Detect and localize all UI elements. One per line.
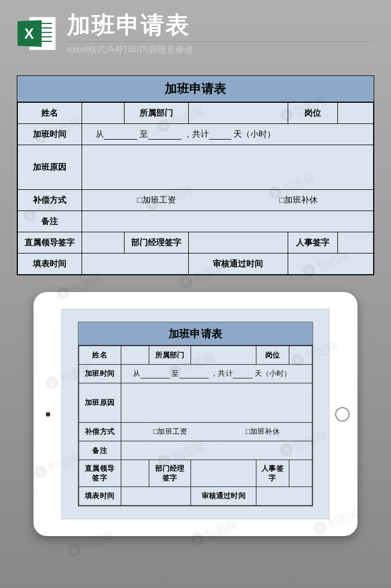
form-title: 加班申请表 — [17, 76, 374, 102]
table-row: 姓名 所属部门 岗位 — [18, 103, 374, 124]
table-row: 直属领导签字 部门经理签字 人事签字 — [79, 460, 312, 487]
remark-label: 备注 — [18, 211, 82, 232]
dept-manager-label: 部门经理签字 — [125, 232, 189, 254]
fill-time-value — [82, 254, 188, 275]
table-row: 填表时间 审核通过时间 — [18, 254, 374, 275]
dept-manager-value — [188, 232, 288, 254]
form-table: 姓名 所属部门 岗位 加班时间 从 至 ，共计 天（小时） 加班原因 补偿方式 — [17, 102, 374, 275]
table-row: 加班时间 从 至 ，共计 天（小时） — [18, 124, 374, 145]
reason-value — [82, 145, 373, 190]
table-row: 备注 — [79, 441, 312, 460]
table-row: 直属领导签字 部门经理签字 人事签字 — [18, 232, 374, 254]
direct-leader-label: 直属领导签字 — [18, 232, 82, 254]
compensation-leave-option: □加班补休 — [279, 195, 318, 205]
approve-time-label: 审核通过时间 — [188, 254, 288, 275]
form-title: 加班申请表 — [79, 323, 313, 346]
tablet-screen: 加班申请表 姓名 所属部门 岗位 加班时间 从 至 — [61, 309, 330, 519]
reason-label: 加班原因 — [18, 145, 82, 190]
overtime-form-main: 加班申请表 姓名 所属部门 岗位 加班时间 从 至 ，共计 天（小时） 加班原因 — [17, 75, 374, 275]
table-row: 加班原因 — [79, 383, 312, 422]
position-label: 岗位 — [288, 103, 338, 124]
hr-label: 人事签字 — [288, 232, 338, 254]
table-row: 填表时间 审核通过时间 — [79, 487, 312, 505]
tablet-camera-icon — [46, 412, 50, 417]
overtime-time-value: 从 至 ，共计 天（小时） — [82, 124, 373, 145]
table-row: 补偿方式 □加班工资 □加班补休 — [79, 423, 312, 441]
overtime-time-label: 加班时间 — [18, 124, 82, 145]
direct-leader-value — [82, 232, 124, 254]
position-value — [338, 103, 374, 124]
table-row: 姓名 所属部门 岗位 — [79, 346, 312, 365]
tablet-home-button-icon — [335, 407, 350, 422]
dept-value — [188, 103, 288, 124]
header-title: 加班申请表 — [67, 11, 374, 39]
name-value — [82, 103, 124, 124]
remark-value — [82, 211, 373, 232]
tablet-mockup: 加班申请表 姓名 所属部门 岗位 加班时间 从 至 — [34, 292, 357, 536]
hr-value — [338, 232, 374, 254]
compensation-salary-option: □加班工资 — [137, 195, 175, 205]
excel-icon: X — [17, 14, 56, 53]
header-subtitle: excel格式/A4打印/内容随意修改 — [67, 41, 374, 56]
dept-label: 所属部门 — [125, 103, 189, 124]
compensation-value: □加班工资 □加班补休 — [82, 190, 373, 211]
table-row: 加班时间 从 至 ，共计 天（小时） — [79, 365, 312, 383]
fill-time-label: 填表时间 — [18, 254, 82, 275]
table-row: 补偿方式 □加班工资 □加班补休 — [18, 190, 374, 211]
table-row: 备注 — [18, 211, 374, 232]
form-table: 姓名 所属部门 岗位 加班时间 从 至 ，共计 天（小时） — [79, 346, 313, 506]
approve-time-value — [288, 254, 374, 275]
overtime-form-preview: 加班申请表 姓名 所属部门 岗位 加班时间 从 至 — [78, 322, 313, 506]
page-header: X 加班申请表 excel格式/A4打印/内容随意修改 — [0, 0, 391, 64]
table-row: 加班原因 — [18, 145, 374, 190]
compensation-label: 补偿方式 — [18, 190, 82, 211]
name-label: 姓名 — [18, 103, 82, 124]
